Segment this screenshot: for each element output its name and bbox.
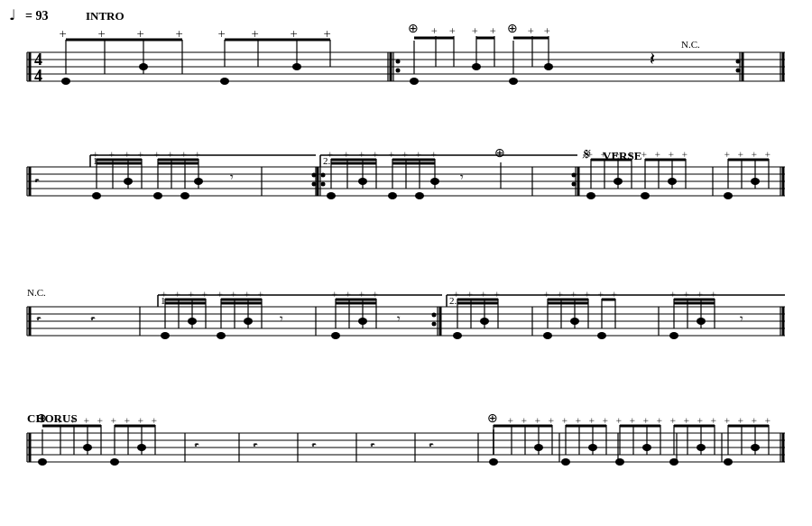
svg-point-84: [124, 178, 133, 185]
tempo-note-symbol: ♩: [9, 7, 16, 23]
svg-point-111: [388, 192, 397, 199]
crash-1: ⊕: [408, 22, 419, 35]
svg-text:×: ×: [559, 415, 570, 426]
eighth-rest-row2: 𝄾: [230, 174, 234, 180]
svg-text:×: ×: [356, 149, 367, 160]
svg-text:×: ×: [370, 149, 381, 160]
svg-text:×: ×: [215, 289, 226, 300]
svg-text:×: ×: [708, 415, 719, 426]
svg-point-233: [597, 332, 606, 339]
svg-text:×: ×: [681, 415, 692, 426]
time-sig-bottom: 4: [34, 67, 42, 85]
music-score: ♩ = 93 INTRO 4 4: [0, 0, 812, 526]
svg-point-113: [430, 178, 439, 185]
svg-text:×: ×: [614, 415, 624, 426]
svg-point-336: [615, 458, 624, 466]
svg-text:×: ×: [465, 289, 475, 300]
svg-text:×: ×: [505, 415, 516, 426]
svg-point-337: [642, 444, 651, 451]
svg-point-11: [396, 69, 401, 73]
svg-point-56: [321, 182, 326, 187]
svg-point-335: [588, 444, 597, 451]
eighth-rest-row3: 𝄾: [280, 316, 283, 321]
svg-text:×: ×: [695, 289, 706, 300]
svg-text:×: ×: [582, 289, 593, 300]
svg-text:×: ×: [679, 149, 690, 160]
svg-text:×: ×: [255, 289, 266, 300]
svg-point-214: [480, 318, 489, 325]
svg-point-246: [697, 318, 706, 325]
svg-point-198: [358, 318, 367, 325]
svg-point-137: [668, 178, 677, 185]
svg-text:×: ×: [568, 289, 579, 300]
svg-text:×: ×: [735, 149, 746, 160]
svg-text:×: ×: [519, 415, 530, 426]
svg-point-202: [432, 322, 437, 327]
svg-point-201: [432, 313, 437, 318]
svg-point-60: [572, 182, 577, 187]
svg-text:×: ×: [343, 289, 354, 300]
kick-1: [61, 78, 70, 85]
svg-point-10: [396, 60, 401, 64]
hh-m2-2: ×: [447, 24, 458, 36]
svg-point-245: [669, 332, 678, 339]
svg-text:×: ×: [749, 149, 760, 160]
nc-marking-row3: N.C.: [27, 287, 46, 298]
snare-m2-2: [544, 63, 553, 70]
svg-point-87: [194, 178, 203, 185]
eighth-rest-row3-3: 𝄾: [740, 316, 743, 321]
svg-text:×: ×: [762, 415, 773, 426]
svg-text:×: ×: [172, 289, 183, 300]
svg-point-55: [321, 173, 326, 178]
svg-text:×: ×: [228, 289, 239, 300]
svg-point-182: [161, 332, 170, 339]
svg-point-54: [312, 182, 317, 187]
staff-row3: N.C. 𝄼· 𝄼· 1. 2. × × ×: [27, 287, 785, 339]
svg-text:×: ×: [532, 415, 543, 426]
svg-text:×: ×: [186, 289, 197, 300]
svg-text:×: ×: [242, 289, 253, 300]
svg-text:×: ×: [122, 149, 133, 160]
crash-chorus-2: ⊕: [487, 411, 498, 425]
svg-point-278: [137, 444, 146, 451]
svg-point-339: [697, 444, 706, 451]
svg-text:×: ×: [749, 415, 760, 426]
svg-point-85: [153, 192, 162, 199]
svg-text:×: ×: [341, 149, 352, 160]
svg-text:×: ×: [135, 149, 146, 160]
svg-text:×: ×: [708, 289, 719, 300]
staff-row2: 𝄼· 1. 2.: [27, 145, 785, 199]
svg-text:×: ×: [641, 415, 651, 426]
hh-m2-1: ×: [429, 24, 440, 36]
svg-point-334: [561, 458, 570, 466]
svg-text:×: ×: [573, 415, 584, 426]
svg-point-184: [217, 332, 226, 339]
svg-point-112: [415, 192, 424, 199]
crash-2: ⊕: [507, 22, 518, 35]
svg-text:×: ×: [329, 289, 340, 300]
svg-text:×: ×: [152, 149, 162, 160]
svg-point-197: [331, 332, 340, 339]
svg-point-275: [38, 458, 47, 466]
svg-text:×: ×: [95, 415, 106, 426]
svg-point-109: [327, 192, 336, 199]
svg-text:×: ×: [652, 149, 663, 160]
svg-point-53: [312, 173, 317, 178]
svg-text:×: ×: [122, 415, 133, 426]
svg-text:×: ×: [541, 289, 552, 300]
hh-m2-4: ×: [487, 24, 499, 36]
svg-point-277: [110, 458, 119, 466]
svg-text:×: ×: [81, 415, 92, 426]
svg-text:×: ×: [555, 289, 566, 300]
svg-text:×: ×: [386, 149, 397, 160]
svg-text:×: ×: [149, 415, 160, 426]
svg-point-136: [641, 192, 650, 199]
svg-text:×: ×: [165, 149, 176, 160]
section-intro: INTRO: [86, 9, 125, 23]
hh-m2-5: ×: [525, 24, 537, 36]
svg-point-149: [751, 178, 760, 185]
kick-m2-1: [410, 78, 419, 85]
svg-text:×: ×: [192, 149, 203, 160]
tempo-value: = 93: [25, 9, 48, 23]
svg-text:×: ×: [370, 289, 381, 300]
